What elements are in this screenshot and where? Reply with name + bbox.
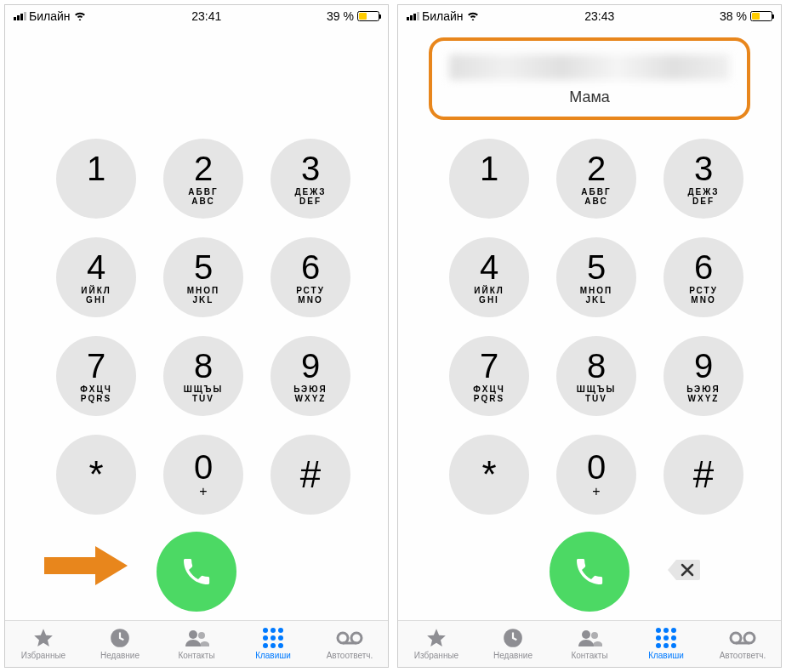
svg-point-10 xyxy=(731,633,741,643)
tab-bar: Избранные Недавние Контакты Клавиши Авто… xyxy=(398,620,781,667)
tab-favorites[interactable]: Избранные xyxy=(5,621,82,667)
tab-voicemail[interactable]: Автоответч. xyxy=(704,621,781,667)
signal-icon xyxy=(14,12,26,20)
contacts-icon xyxy=(577,627,602,649)
svg-point-5 xyxy=(351,633,362,643)
key-9[interactable]: 9ЬЭЮЯWXYZ xyxy=(271,336,350,416)
key-7[interactable]: 7ФХЦЧPQRS xyxy=(56,336,136,416)
key-0[interactable]: 0+ xyxy=(556,435,636,515)
dialed-number-blurred xyxy=(449,54,729,80)
key-4[interactable]: 4ИЙКЛGHI xyxy=(449,237,529,317)
key-8[interactable]: 8ШЩЪЫTUV xyxy=(556,336,636,416)
star-icon xyxy=(425,627,447,649)
battery-icon xyxy=(357,11,379,21)
clock: 23:41 xyxy=(191,9,221,23)
key-4[interactable]: 4ИЙКЛGHI xyxy=(56,237,136,317)
key-5[interactable]: 5МНОПJKL xyxy=(163,237,243,317)
clock: 23:43 xyxy=(584,9,614,23)
keypad: 1 2АБВГABC 3ДЕЖЗDEF 4ИЙКЛGHI 5МНОПJKL 6Р… xyxy=(398,139,781,515)
key-hash[interactable]: # xyxy=(271,435,350,515)
tab-favorites[interactable]: Избранные xyxy=(398,621,475,667)
tab-recents[interactable]: Недавние xyxy=(82,621,158,667)
key-9[interactable]: 9ЬЭЮЯWXYZ xyxy=(664,336,743,416)
key-1[interactable]: 1 xyxy=(449,139,529,219)
battery-icon xyxy=(750,11,772,21)
key-7[interactable]: 7ФХЦЧPQRS xyxy=(449,336,529,416)
svg-point-8 xyxy=(582,630,590,639)
wifi-icon xyxy=(73,9,87,23)
keypad-icon xyxy=(263,627,283,649)
key-3[interactable]: 3ДЕЖЗDEF xyxy=(271,139,350,219)
call-row xyxy=(398,515,781,620)
number-display xyxy=(5,27,388,130)
svg-point-11 xyxy=(744,633,755,643)
contact-match-label[interactable]: Мама xyxy=(441,88,738,106)
call-row xyxy=(5,515,388,620)
wifi-icon xyxy=(466,9,480,23)
battery-text: 38 % xyxy=(720,9,747,23)
phone-screen-right: Билайн 23:43 38 % Мама 1 2АБВГABC 3ДЕЖЗD… xyxy=(397,4,782,668)
key-1[interactable]: 1 xyxy=(56,139,136,219)
battery-text: 39 % xyxy=(327,9,354,23)
clock-icon xyxy=(109,627,131,649)
tab-keypad[interactable]: Клавиши xyxy=(235,621,311,667)
svg-point-3 xyxy=(198,632,205,639)
contacts-icon xyxy=(184,627,209,649)
key-star[interactable]: * xyxy=(56,435,136,515)
svg-point-2 xyxy=(189,630,197,639)
tab-keypad[interactable]: Клавиши xyxy=(628,621,704,667)
key-star[interactable]: * xyxy=(449,435,529,515)
key-6[interactable]: 6РСТУMNO xyxy=(271,237,350,317)
phone-screen-left: Билайн 23:41 39 % 1 2АБВГABC 3ДЕЖЗDEF 4И… xyxy=(4,4,389,668)
annotation-highlight-box: Мама xyxy=(429,37,749,120)
tab-bar: Избранные Недавние Контакты Клавиши Авто… xyxy=(5,620,388,667)
key-8[interactable]: 8ШЩЪЫTUV xyxy=(163,336,243,416)
keypad: 1 2АБВГABC 3ДЕЖЗDEF 4ИЙКЛGHI 5МНОПJKL 6Р… xyxy=(5,139,388,515)
key-3[interactable]: 3ДЕЖЗDEF xyxy=(664,139,743,219)
svg-marker-0 xyxy=(44,546,128,585)
status-bar: Билайн 23:41 39 % xyxy=(5,5,388,27)
tab-recents[interactable]: Недавние xyxy=(475,621,551,667)
svg-point-9 xyxy=(591,632,598,639)
signal-icon xyxy=(407,12,419,20)
key-6[interactable]: 6РСТУMNO xyxy=(664,237,743,317)
key-2[interactable]: 2АБВГABC xyxy=(163,139,243,219)
carrier-label: Билайн xyxy=(29,9,71,23)
key-0[interactable]: 0+ xyxy=(163,435,243,515)
voicemail-icon xyxy=(336,627,363,649)
call-button[interactable] xyxy=(157,532,236,612)
star-icon xyxy=(32,627,54,649)
tab-contacts[interactable]: Контакты xyxy=(158,621,235,667)
key-2[interactable]: 2АБВГABC xyxy=(556,139,636,219)
clock-icon xyxy=(502,627,524,649)
carrier-label: Билайн xyxy=(422,9,464,23)
svg-point-4 xyxy=(338,633,348,643)
call-button[interactable] xyxy=(550,532,629,612)
annotation-arrow xyxy=(44,544,129,590)
tab-voicemail[interactable]: Автоответч. xyxy=(311,621,388,667)
voicemail-icon xyxy=(729,627,756,649)
keypad-icon xyxy=(656,627,676,649)
number-display: Мама xyxy=(398,27,781,130)
status-bar: Билайн 23:43 38 % xyxy=(398,5,781,27)
key-hash[interactable]: # xyxy=(664,435,743,515)
backspace-button[interactable] xyxy=(666,558,700,585)
tab-contacts[interactable]: Контакты xyxy=(551,621,628,667)
key-5[interactable]: 5МНОПJKL xyxy=(556,237,636,317)
